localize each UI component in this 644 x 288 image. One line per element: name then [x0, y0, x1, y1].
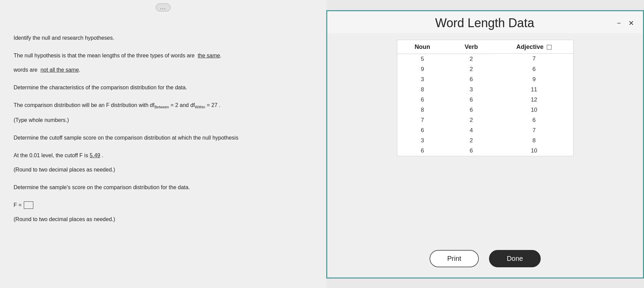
modal-body: Noun Verb Adjective 52792636983116612861… — [327, 33, 643, 242]
table-cell: 6 — [397, 95, 448, 105]
table-row: 6610 — [397, 146, 573, 156]
table-cell: 10 — [495, 146, 573, 156]
table-cell: 3 — [448, 85, 495, 95]
table-row: 8610 — [397, 105, 573, 115]
noun-header: Noun — [397, 40, 448, 54]
step2-note-line: (Type whole numbers.) — [14, 116, 313, 124]
step5-text: Determine the sample's score on the comp… — [14, 184, 190, 190]
dots-button[interactable]: ... — [156, 3, 171, 12]
table-cell: 5 — [397, 54, 448, 64]
research-hypothesis-line: words are not all the same. — [14, 66, 313, 74]
table-cell: 12 — [495, 95, 573, 105]
modal-title: Word Length Data — [354, 16, 615, 30]
step5-heading: Determine the sample's score on the comp… — [14, 183, 313, 192]
modal-footer: Print Done — [327, 242, 643, 277]
modal-titlebar: Word Length Data − ✕ — [327, 11, 643, 33]
step4-note-line: (Round to two decimal places as needed.) — [14, 166, 313, 174]
f-equals-line: F = — [14, 201, 313, 209]
research-underlined: not all the same — [40, 67, 79, 73]
table-cell: 2 — [448, 64, 495, 74]
step2-detail-text: The comparison distribution will be an F… — [14, 102, 154, 108]
step2-note-text: (Type whole numbers.) — [14, 117, 69, 123]
research-text: words are — [14, 67, 37, 73]
step5-note-text: (Round to two decimal places as needed.) — [14, 216, 115, 222]
table-cell: 8 — [397, 85, 448, 95]
table-cell: 11 — [495, 85, 573, 95]
null-hyp-end: . — [220, 53, 221, 58]
cutoff-value: 5.49 — [90, 152, 100, 158]
table-row: 369 — [397, 74, 573, 85]
table-cell: 3 — [397, 74, 448, 85]
f-input-box[interactable] — [24, 201, 33, 209]
adjective-header: Adjective — [495, 40, 573, 54]
data-table-container: Noun Verb Adjective 52792636983116612861… — [397, 40, 574, 156]
eq2-text: = 27 . — [207, 102, 220, 108]
table-cell: 6 — [397, 125, 448, 136]
modal-controls: − ✕ — [615, 18, 636, 28]
step2-detail-line: The comparison distribution will be an F… — [14, 101, 313, 110]
table-cell: 6 — [495, 64, 573, 74]
research-end: . — [79, 67, 80, 73]
table-body: 5279263698311661286107266473286610 — [397, 54, 573, 156]
f-label: F = — [14, 202, 22, 208]
word-length-dialog: Word Length Data − ✕ Noun Verb Adjective… — [326, 10, 644, 278]
period: . — [102, 152, 103, 158]
table-cell: 8 — [397, 105, 448, 115]
step3-text: Determine the cutoff sample score on the… — [14, 135, 238, 141]
table-cell: 7 — [495, 54, 573, 64]
step4-note-text: (Round to two decimal places as needed.) — [14, 167, 115, 173]
top-bar: ... — [0, 3, 326, 12]
step4-line: At the 0.01 level, the cutoff F is 5.49 … — [14, 151, 313, 160]
table-cell: 2 — [448, 136, 495, 146]
content-area: Identify the null and research hypothese… — [14, 34, 313, 223]
between-sub: Between — [154, 105, 169, 109]
within-sub: Within — [195, 105, 205, 109]
table-cell: 6 — [448, 74, 495, 85]
table-row: 8311 — [397, 85, 573, 95]
table-cell: 2 — [448, 115, 495, 125]
table-cell: 6 — [448, 105, 495, 115]
step4-detail: At the 0.01 level, the cutoff F is — [14, 152, 88, 158]
table-cell: 8 — [495, 136, 573, 146]
table-cell: 6 — [495, 115, 573, 125]
table-cell: 6 — [397, 146, 448, 156]
table-row: 328 — [397, 136, 573, 146]
table-cell: 2 — [448, 54, 495, 64]
eq1-text: = 2 and df — [171, 102, 195, 108]
table-cell: 7 — [397, 115, 448, 125]
close-button[interactable]: ✕ — [626, 18, 636, 28]
table-row: 926 — [397, 64, 573, 74]
table-row: 647 — [397, 125, 573, 136]
step1-heading: Identify the null and research hypothese… — [14, 34, 313, 42]
table-cell: 9 — [495, 74, 573, 85]
verb-header: Verb — [448, 40, 495, 54]
table-cell: 7 — [495, 125, 573, 136]
step3-line: Determine the cutoff sample score on the… — [14, 134, 313, 142]
table-cell: 10 — [495, 105, 573, 115]
table-cell: 6 — [448, 146, 495, 156]
step5-note-line: (Round to two decimal places as needed.) — [14, 215, 313, 223]
left-panel: ... Identify the null and research hypot… — [0, 0, 326, 288]
print-button[interactable]: Print — [430, 250, 479, 267]
table-cell: 9 — [397, 64, 448, 74]
table-row: 527 — [397, 54, 573, 64]
done-button[interactable]: Done — [489, 250, 541, 267]
step1-text: Identify the null and research hypothese… — [14, 35, 114, 41]
adjective-checkbox[interactable] — [547, 45, 552, 50]
table-row: 726 — [397, 115, 573, 125]
minimize-button[interactable]: − — [615, 19, 623, 28]
table-cell: 3 — [397, 136, 448, 146]
table-row: 6612 — [397, 95, 573, 105]
null-hypothesis-line: The null hypothesis is that the mean len… — [14, 52, 313, 60]
table-cell: 4 — [448, 125, 495, 136]
step2-heading: Determine the characteristics of the com… — [14, 84, 313, 92]
word-data-table: Noun Verb Adjective 52792636983116612861… — [397, 40, 573, 156]
null-hyp-text: The null hypothesis is that the mean len… — [14, 53, 195, 58]
null-hyp-underlined: the same — [198, 53, 220, 58]
step2-text: Determine the characteristics of the com… — [14, 85, 187, 90]
table-cell: 6 — [448, 95, 495, 105]
table-header-row: Noun Verb Adjective — [397, 40, 573, 54]
